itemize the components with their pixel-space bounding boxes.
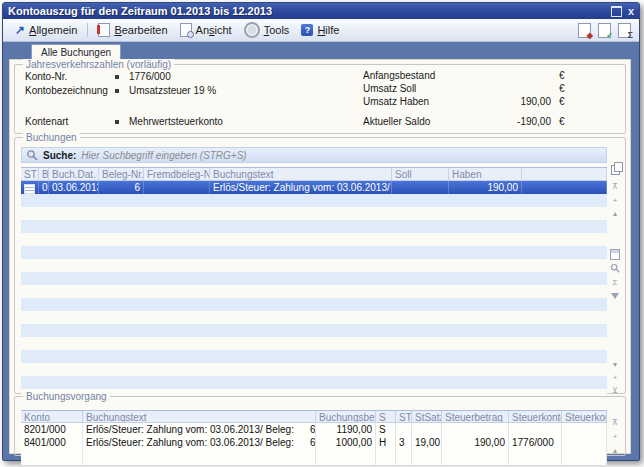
- search-placeholder: Hier Suchbegriff eingeben (STRG+S): [81, 150, 246, 161]
- col-st[interactable]: ST: [21, 168, 39, 180]
- menu-tools[interactable]: Tools: [238, 20, 296, 40]
- field-value: Umsatzsteuer 19 %: [129, 85, 216, 96]
- window-title: Kontoauszug für den Zeitraum 01.2013 bis…: [8, 5, 272, 17]
- buchungen-table-header: ST B Buch.Dat. Beleg-Nr. Fremdbeleg-Nr. …: [21, 167, 607, 181]
- group-title: Buchungen: [23, 132, 80, 143]
- content-panel: Jahresverkehrszahlen (vorläufig) Konto-N…: [9, 59, 631, 454]
- currency-symbol: €: [559, 83, 565, 94]
- col-buchdat[interactable]: Buch.Dat.: [49, 168, 99, 180]
- group-buchungsvorgang: Buchungsvorgang Konto Buchungstext Buchu…: [14, 396, 626, 456]
- col-fremdbelegnr[interactable]: Fremdbeleg-Nr.: [144, 168, 210, 180]
- scroll-down-icon[interactable]: ▾: [608, 359, 622, 371]
- report-doc-icon[interactable]: ◆: [578, 23, 591, 38]
- table-row-selected[interactable]: 0 03.06.2013 6 Erlös/Steuer: Zahlung vom…: [21, 181, 607, 194]
- view-icon: [180, 23, 192, 37]
- col-buchungsbetrag[interactable]: Buchungsbetrag: [316, 411, 376, 422]
- col-konto[interactable]: Konto: [21, 411, 83, 422]
- currency-symbol: €: [559, 96, 565, 107]
- table-side-toolbar: ⊼ + ▴: [608, 410, 622, 454]
- group-buchungen: Buchungen Suche: Hier Suchbegriff eingeb…: [14, 137, 626, 394]
- field-value: Mehrwertsteuerkonto: [129, 116, 223, 127]
- table-row[interactable]: 8201/000 Erlös/Steuer: Zahlung vom: 03.0…: [21, 423, 607, 436]
- close-icon[interactable]: x: [628, 6, 634, 16]
- insert-row-icon[interactable]: +: [608, 431, 622, 443]
- title-bar[interactable]: Kontoauszug für den Zeitraum 01.2013 bis…: [3, 3, 639, 19]
- arrow-ne-icon: ↗: [15, 25, 25, 35]
- edit-icon: [98, 23, 110, 37]
- gear-icon: [244, 22, 260, 38]
- menu-hilfe[interactable]: ? Hilfe: [295, 22, 345, 38]
- buchungsvorgang-rows: 8201/000 Erlös/Steuer: Zahlung vom: 03.0…: [21, 423, 607, 465]
- tab-alle-buchungen[interactable]: Alle Buchungen: [31, 44, 121, 60]
- field-label: Konto-Nr.: [25, 71, 67, 82]
- scroll-up-icon[interactable]: ▴: [608, 445, 622, 457]
- help-icon: ?: [301, 24, 313, 36]
- empty-rows-area: [21, 194, 607, 402]
- menu-bearbeiten[interactable]: Bearbeiten: [92, 21, 173, 39]
- field-label: Umsatz Haben: [363, 96, 429, 107]
- sum-doc-icon[interactable]: Σ: [618, 23, 631, 38]
- field-label: Umsatz Soll: [363, 83, 416, 94]
- copy-table-icon[interactable]: [608, 165, 622, 177]
- restore-icon[interactable]: [611, 6, 622, 17]
- window-body: Alle Buchungen Jahresverkehrszahlen (vor…: [3, 42, 639, 460]
- empty-row: [21, 449, 607, 465]
- append-row-icon[interactable]: +: [608, 372, 622, 384]
- col-haben[interactable]: Haben: [449, 168, 522, 180]
- insert-row-icon[interactable]: +: [608, 195, 622, 207]
- search-label: Suche:: [43, 150, 76, 161]
- scroll-first-icon[interactable]: ⊼: [608, 181, 622, 193]
- bullet-icon: [115, 75, 119, 79]
- search-icon: [26, 149, 38, 161]
- field-label: Anfangsbestand: [363, 70, 435, 81]
- group-jahresverkehrszahlen: Jahresverkehrszahlen (vorläufig) Konto-N…: [14, 64, 626, 134]
- buchungsvorgang-table-header: Konto Buchungstext Buchungsbetrag S ST S…: [21, 410, 607, 423]
- col-extra: [522, 168, 607, 180]
- table-side-toolbar: ⊼ + ▴ Σ ▾ + ⊻: [608, 165, 622, 389]
- table-row[interactable]: 8401/000 Erlös/Steuer: Zahlung vom: 03.0…: [21, 436, 607, 449]
- col-buchungstext[interactable]: Buchungstext: [83, 411, 316, 422]
- col-stsatz[interactable]: StSatz: [412, 411, 442, 422]
- menu-ansicht[interactable]: Ansicht: [174, 21, 238, 39]
- col-b[interactable]: B: [39, 168, 49, 180]
- bullet-icon: [115, 120, 119, 124]
- col-belegnr[interactable]: Beleg-Nr.: [99, 168, 144, 180]
- col-st[interactable]: ST: [396, 411, 412, 422]
- menu-bar: ↗ Allgemein Bearbeiten Ansicht Tools ? H…: [3, 19, 639, 42]
- page: Kontoauszug für den Zeitraum 01.2013 bis…: [0, 0, 644, 467]
- menu-separator: [87, 23, 88, 37]
- search-bar[interactable]: Suche: Hier Suchbegriff eingeben (STRG+S…: [21, 147, 607, 163]
- field-value: 1776/000: [129, 71, 171, 82]
- sum-icon[interactable]: Σ: [608, 277, 622, 289]
- col-buchungstext[interactable]: Buchungstext: [210, 168, 392, 180]
- field-label: Aktueller Saldo: [363, 116, 430, 127]
- field-value: 190,00: [455, 96, 551, 107]
- bullet-icon: [115, 89, 119, 93]
- filter-icon[interactable]: [608, 291, 622, 303]
- col-steuerkonto1[interactable]: Steuerkonto 1: [509, 411, 562, 422]
- split-indicator-icon: [21, 181, 39, 194]
- scroll-up-icon[interactable]: ▴: [608, 208, 622, 220]
- currency-symbol: €: [559, 70, 565, 81]
- col-steuerbetrag[interactable]: Steuerbetrag: [442, 411, 509, 422]
- group-title: Jahresverkehrszahlen (vorläufig): [23, 59, 174, 70]
- check-doc-icon[interactable]: ✓: [598, 23, 611, 38]
- col-steuerkonto2[interactable]: Steuerkonto 2: [562, 411, 607, 422]
- group-title: Buchungsvorgang: [23, 391, 110, 402]
- col-s[interactable]: S: [376, 411, 396, 422]
- app-window: Kontoauszug für den Zeitraum 01.2013 bis…: [2, 2, 640, 461]
- menu-allgemein[interactable]: ↗ Allgemein: [9, 22, 83, 38]
- zoom-icon[interactable]: [608, 263, 622, 275]
- currency-symbol: €: [559, 116, 565, 127]
- calculator-icon[interactable]: [608, 249, 622, 261]
- col-soll[interactable]: Soll: [392, 168, 449, 180]
- field-value: -190,00: [455, 116, 551, 127]
- field-label: Kontenart: [25, 116, 68, 127]
- buchungen-rows: 0 03.06.2013 6 Erlös/Steuer: Zahlung vom…: [21, 181, 607, 402]
- scroll-first-icon[interactable]: ⊼: [608, 417, 622, 429]
- field-label: Kontobezeichnung: [25, 85, 108, 96]
